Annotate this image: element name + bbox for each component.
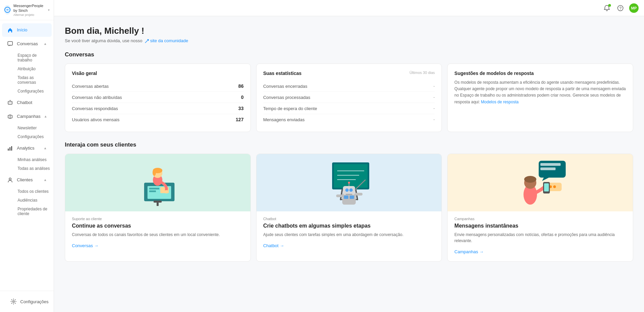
sidebar-item-espaco-trabalho[interactable]: Espaço de trabalho (15, 51, 54, 64)
subtitle-text: Se você tiver alguma dúvida, use nosso (65, 38, 142, 43)
sidebar-item-campanhas[interactable]: Campanhas ▲ (2, 110, 52, 123)
interact-card-tag: Campanhas (454, 217, 626, 221)
chatbot-icon (7, 99, 14, 106)
stat-dash: - (433, 117, 435, 122)
svg-rect-16 (149, 190, 156, 192)
interact-card-campaigns: Campanhas Mensagens instantâneas Envie m… (447, 154, 633, 262)
app-logo (4, 5, 11, 15)
period-label: Últimos 30 dias (409, 71, 435, 75)
svg-rect-6 (8, 149, 9, 151)
stats-cards-row: Visão geral Conversas abertas 86 Convers… (65, 63, 633, 132)
sidebar-item-label: Clientes (17, 177, 40, 182)
chat-icon (7, 41, 14, 47)
interact-card-desc: Ajude seus clientes com tarefas simples … (263, 232, 435, 238)
sidebar-item-audiencias[interactable]: Audiências (15, 196, 54, 205)
sugestoes-text: Os modelos de resposta aumentam a eficiê… (454, 80, 626, 104)
sidebar-item-todas-conversas[interactable]: Todas as conversas (15, 73, 54, 87)
sidebar-item-inicio[interactable]: Início (2, 23, 52, 37)
chevron-up-icon: ▲ (44, 146, 47, 150)
sidebar-footer: Configurações (0, 291, 54, 312)
conversas-subnav: Espaço de trabalho Atribuição Todas as c… (0, 51, 54, 96)
interact-card-support-body: Suporte ao cliente Continue as conversas… (65, 211, 250, 255)
stat-label: Usuários ativos mensais (72, 117, 119, 122)
stat-row: Conversas encerradas - (263, 81, 435, 92)
sidebar-item-clientes[interactable]: Clientes ▲ (2, 173, 52, 187)
sidebar-item-configuracoes[interactable]: Configurações (5, 295, 48, 308)
suas-estatisticas-card: Suas estatísticas Últimos 30 dias Conver… (256, 63, 442, 132)
svg-rect-42 (355, 193, 363, 196)
visao-geral-title: Visão geral (72, 71, 97, 76)
stat-label: Conversas processadas (263, 95, 310, 100)
main-nav: Início Conversas ▲ Espaço de trabalho At… (0, 20, 54, 291)
sidebar-item-todas-analises[interactable]: Todas as análises (15, 164, 54, 173)
svg-rect-37 (346, 194, 352, 195)
sugestoes-title: Sugestões de modelos de resposta (454, 71, 626, 76)
conversas-link[interactable]: Conversas → (72, 243, 99, 248)
sugestoes-card: Sugestões de modelos de resposta Os mode… (447, 63, 633, 132)
sidebar-item-todos-clientes[interactable]: Todos os clientes (15, 187, 54, 196)
clients-icon (7, 177, 14, 183)
sidebar-item-newsletter[interactable]: Newsletter (15, 124, 54, 132)
sidebar-item-conversas-config[interactable]: Configurações (15, 87, 54, 96)
svg-rect-24 (157, 203, 159, 206)
main-content: Bom dia, Michelly ! Se você tiver alguma… (54, 16, 644, 312)
interact-card-tag: Chatbot (263, 217, 435, 221)
sugestoes-body: Os modelos de resposta aumentam a eficiê… (454, 79, 626, 105)
sidebar-item-campanhas-config[interactable]: Configurações (15, 132, 54, 141)
svg-point-49 (553, 185, 556, 188)
svg-rect-54 (544, 183, 549, 191)
notification-button[interactable] (602, 3, 612, 13)
analytics-icon (7, 145, 14, 152)
stat-value: 0 (241, 95, 244, 100)
stat-value: 127 (236, 117, 243, 122)
sidebar-item-chatbot[interactable]: Chatbot (2, 96, 52, 109)
page-subtitle: Se você tiver alguma dúvida, use nosso s… (65, 38, 633, 43)
stat-row: Conversas abertas 86 (72, 81, 244, 92)
home-icon (7, 27, 14, 33)
svg-point-5 (10, 100, 10, 101)
sidebar-item-conversas[interactable]: Conversas ▲ (2, 37, 52, 51)
topbar: ? MP (54, 0, 644, 16)
conversas-section-title: Conversas (65, 51, 633, 58)
campaigns-icon (7, 113, 14, 120)
svg-point-36 (349, 188, 353, 192)
interact-card-chatbot-body: Chatbot Crie chatbots em algumas simples… (257, 211, 442, 255)
sidebar-item-label: Campanhas (17, 114, 41, 119)
user-avatar[interactable]: MP (629, 3, 639, 13)
stat-label: Mensagens enviadas (263, 117, 305, 122)
stat-row: Conversas respondidas 33 (72, 103, 244, 114)
interact-cards-row: Suporte ao cliente Continue as conversas… (65, 154, 633, 262)
interact-card-name: Mensagens instantâneas (454, 223, 626, 229)
interact-card-name: Crie chatbots em algumas simples etapas (263, 223, 435, 229)
notification-dot (608, 4, 611, 7)
sidebar-item-atribuicao[interactable]: Atribuição (15, 64, 54, 73)
campaigns-illustration (448, 154, 633, 211)
sidebar-item-props-cliente[interactable]: Propriedades de cliente (15, 205, 54, 218)
chatbot-link[interactable]: Chatbot → (263, 243, 284, 248)
svg-point-10 (13, 301, 15, 303)
svg-rect-44 (540, 163, 561, 166)
modelos-link[interactable]: Modelos de resposta (481, 100, 518, 104)
svg-rect-26 (334, 164, 368, 188)
suas-estatisticas-title: Suas estatísticas (263, 71, 302, 76)
sidebar-item-analytics[interactable]: Analytics ▲ (2, 141, 52, 155)
svg-point-3 (9, 102, 10, 103)
app-sub: Alternar projeto (14, 13, 45, 17)
svg-rect-2 (8, 101, 12, 104)
suas-estatisticas-header: Suas estatísticas Últimos 30 dias (263, 71, 435, 76)
svg-rect-7 (9, 147, 10, 151)
stat-label: Tempo de espera do cliente (263, 106, 317, 111)
campanhas-link[interactable]: Campanhas → (454, 249, 484, 254)
sidebar-item-label: Conversas (17, 41, 40, 46)
project-toggle-icon[interactable]: ▾ (48, 8, 50, 12)
community-link[interactable]: site da comunidade (150, 38, 188, 43)
stat-row: Usuários ativos mensais 127 (72, 114, 244, 125)
sidebar-item-minhas-analises[interactable]: Minhas análises (15, 155, 54, 164)
sidebar-footer-label: Configurações (20, 299, 49, 304)
help-button[interactable]: ? (616, 3, 625, 13)
stat-value: 86 (238, 83, 244, 89)
sidebar-header[interactable]: MessengerPeople by Sinch Alternar projet… (0, 0, 54, 20)
stat-row: Mensagens enviadas - (263, 114, 435, 125)
sidebar-item-label: Início (17, 27, 47, 32)
stat-label: Conversas encerradas (263, 84, 307, 89)
